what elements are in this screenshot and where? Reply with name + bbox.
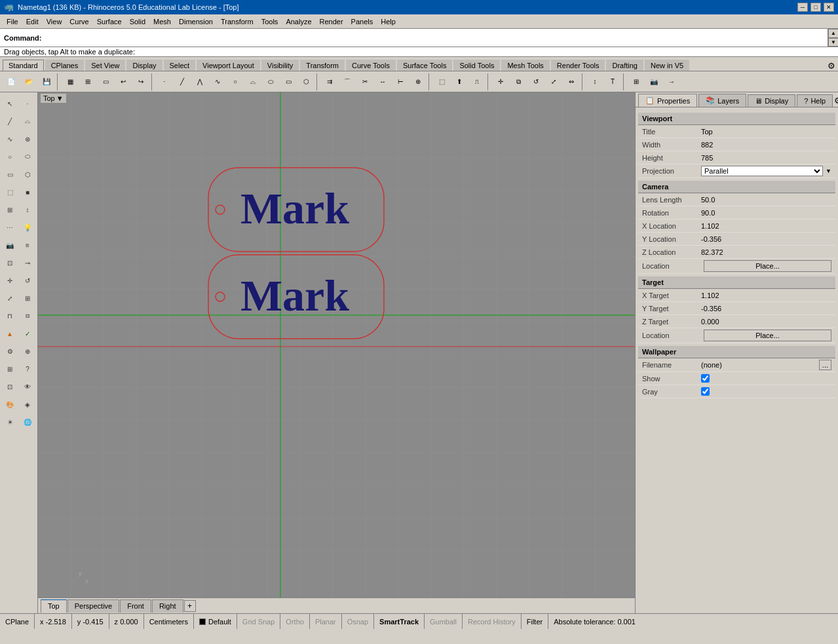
lt-hatch[interactable]: ≡ [19,237,36,254]
tab-drafting[interactable]: Drafting [606,60,643,71]
viewport[interactable]: Top ▼ [38,92,635,597]
lt-nurbs[interactable]: ⊛ [19,130,36,147]
status-planar[interactable]: Planar [310,614,342,629]
tb-offset[interactable]: ⇉ [321,73,338,90]
lt-array[interactable]: ⊞ [19,290,36,307]
tb-arc[interactable]: ⌓ [244,73,261,90]
lt-select[interactable]: ↖ [1,95,18,112]
tb-open[interactable]: 📂 [20,73,37,90]
tab-surface-tools[interactable]: Surface Tools [397,60,452,71]
tb-polyline[interactable]: ⋀ [191,73,208,90]
lt-surface2[interactable]: ⬚ [1,183,18,200]
lt-help2[interactable]: ? [19,360,36,377]
status-ortho[interactable]: Ortho [280,614,310,629]
command-input[interactable] [45,34,834,42]
tb-redo[interactable]: ↪ [132,73,149,90]
gray-checkbox[interactable] [701,387,710,396]
toolbar-settings-icon[interactable]: ⚙ [828,61,835,71]
tab-viewport-layout[interactable]: Viewport Layout [197,60,260,71]
tab-standard[interactable]: Standard [3,60,44,71]
tab-new-in-v5[interactable]: New in V5 [645,60,689,71]
tb-loft[interactable]: ⎍ [468,73,486,90]
status-smart-track[interactable]: SmartTrack [374,614,425,629]
view-tab-perspective[interactable]: Perspective [67,599,119,613]
tb-move[interactable]: ✛ [492,73,509,90]
status-osnap[interactable]: Osnap [342,614,374,629]
menu-edit[interactable]: Edit [22,16,43,27]
menu-solid[interactable]: Solid [126,16,149,27]
prop-projection-control[interactable]: Parallel Perspective ▼ [701,166,831,176]
scroll-down-button[interactable]: ▼ [828,38,838,47]
menu-tools[interactable]: Tools [257,16,282,27]
tb-polygon[interactable]: ⬡ [297,73,314,90]
menu-transform[interactable]: Transform [217,16,257,27]
tb-surface[interactable]: ⬚ [433,73,450,90]
menu-analyze[interactable]: Analyze [282,16,315,27]
tab-visibility[interactable]: Visibility [261,60,299,71]
lt-material[interactable]: ◈ [19,396,36,413]
lt-move2[interactable]: ✛ [1,272,18,289]
tb-circle[interactable]: ○ [227,73,244,90]
tab-cplanes[interactable]: CPlanes [45,60,85,71]
tb-ellipse[interactable]: ⬭ [262,73,279,90]
panel-tab-layers[interactable]: 📚 Layers [698,94,746,107]
tb-fillet[interactable]: ⌒ [339,73,356,90]
tab-solid-tools[interactable]: Solid Tools [453,60,500,71]
menu-view[interactable]: View [43,16,66,27]
menu-curve[interactable]: Curve [66,16,92,27]
tab-curve-tools[interactable]: Curve Tools [346,60,396,71]
tb-line[interactable]: ╱ [174,73,191,90]
tb-select-window[interactable]: ▭ [97,73,114,90]
target-place-button[interactable]: Place... [704,330,831,341]
filename-browse-button[interactable]: ... [819,360,831,370]
lt-analyze[interactable]: ⊕ [19,343,36,360]
tb-undo[interactable]: ↩ [115,73,132,90]
tb-split[interactable]: ⊢ [392,73,409,90]
tb-rectangle[interactable]: ▭ [280,73,297,90]
tb-rotate[interactable]: ↺ [527,73,544,90]
lt-env[interactable]: 🌐 [19,413,36,430]
view-tab-top[interactable]: Top [41,599,67,613]
close-button[interactable]: ✕ [824,3,834,12]
lt-snap2[interactable]: ⊞ [1,360,18,377]
tb-scale[interactable]: ⤢ [545,73,562,90]
status-gumball[interactable]: Gumball [425,614,463,629]
show-checkbox[interactable] [701,374,710,383]
lt-render2[interactable]: 🎨 [1,396,18,413]
lt-group[interactable]: ⊓ [1,307,18,324]
lt-vis[interactable]: 👁 [19,378,36,395]
minimize-button[interactable]: ─ [797,3,808,12]
lt-ellipse[interactable]: ⬭ [19,148,36,165]
lt-dim[interactable]: ↕ [19,201,36,218]
menu-dimension[interactable]: Dimension [175,16,217,27]
lt-polygon[interactable]: ⬡ [19,166,36,183]
lt-rotate2[interactable]: ↺ [19,272,36,289]
tb-camera[interactable]: 📷 [645,73,662,90]
menu-panels[interactable]: Panels [347,16,377,27]
lt-circle[interactable]: ○ [1,148,18,165]
tb-extend[interactable]: ↔ [374,73,391,90]
panel-tab-display[interactable]: 🖥 Display [748,94,795,107]
lt-sun[interactable]: ☀ [1,413,18,430]
tb-arrow[interactable]: → [663,73,680,90]
tb-trim[interactable]: ✂ [356,73,373,90]
tab-display[interactable]: Display [126,60,162,71]
tb-snap[interactable]: ⊞ [628,73,645,90]
projection-select[interactable]: Parallel Perspective [701,166,823,176]
lt-mesh[interactable]: ⊞ [1,201,18,218]
tb-point[interactable]: · [156,73,173,90]
lt-display2[interactable]: ⊡ [1,378,18,395]
view-tab-right[interactable]: Right [152,599,183,613]
menu-mesh[interactable]: Mesh [149,16,175,27]
lt-point-cloud[interactable]: ⋯ [1,219,18,236]
panel-tab-properties[interactable]: 📋 Properties [638,94,697,107]
view-tab-front[interactable]: Front [120,599,151,613]
panel-tab-help[interactable]: ? Help [797,94,833,107]
lt-detail[interactable]: ⊡ [1,254,18,271]
panel-settings-icon[interactable]: ⚙ [834,96,838,105]
maximize-button[interactable]: □ [810,3,821,12]
tab-mesh-tools[interactable]: Mesh Tools [501,60,549,71]
menu-file[interactable]: File [3,16,22,27]
lt-scale2[interactable]: ⤢ [1,290,18,307]
tab-set-view[interactable]: Set View [85,60,125,71]
